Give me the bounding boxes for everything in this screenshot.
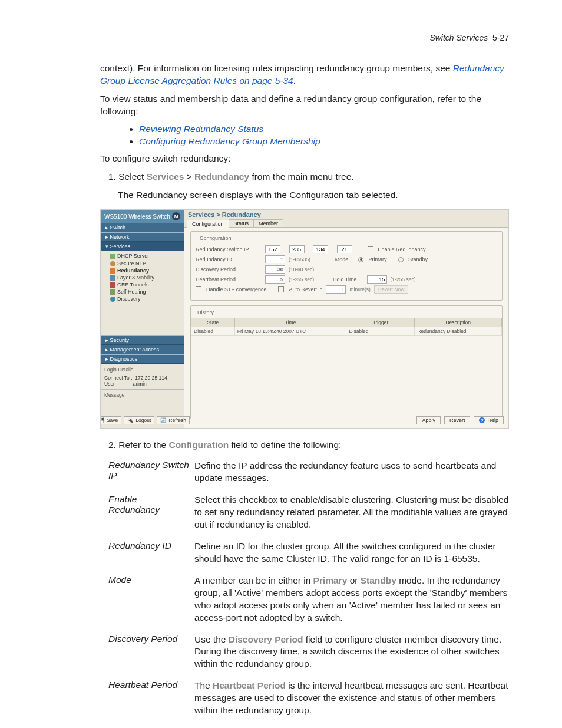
ip-octet-4[interactable] xyxy=(337,245,352,253)
mode-primary-radio[interactable] xyxy=(358,257,363,262)
def-body-rsip: Define the IP address the redundancy fea… xyxy=(194,460,509,485)
history-fieldset: History State Time Trigger Description D… xyxy=(190,305,503,419)
def-term-disc: Discovery Period xyxy=(108,634,194,644)
nav-mgmt[interactable]: ▸ Management Access xyxy=(101,345,184,354)
discovery-input[interactable] xyxy=(265,265,285,274)
nav-item-redundancy[interactable]: Redundancy xyxy=(110,267,184,274)
bullet-list: Reviewing Redundancy Status Configuring … xyxy=(115,124,509,147)
def-body-rid: Define an ID for the cluster group. All … xyxy=(194,541,509,565)
configuration-fieldset: Configuration Redundancy Switch IP . . .… xyxy=(190,231,503,301)
nav-network[interactable]: ▸ Network xyxy=(101,232,184,242)
nav-diag[interactable]: ▸ Diagnostics xyxy=(101,354,184,364)
stp-checkbox[interactable] xyxy=(196,286,201,292)
nav-item-gre[interactable]: GRE Tunnels xyxy=(110,281,184,288)
def-term-enable: Enable Redundancy xyxy=(108,494,194,515)
holdtime-input[interactable] xyxy=(367,275,387,284)
nav-security[interactable]: ▸ Security xyxy=(101,335,184,345)
auto-revert-input[interactable] xyxy=(326,285,346,294)
history-table: State Time Trigger Description Disabled … xyxy=(191,318,502,336)
id-label: Redundancy ID xyxy=(196,256,262,262)
page-number: 5-27 xyxy=(492,33,509,42)
ip-octet-3[interactable] xyxy=(313,245,328,253)
page-header: Switch Services 5-27 xyxy=(100,33,509,42)
def-term-rid: Redundancy ID xyxy=(108,541,194,551)
tab-status[interactable]: Status xyxy=(229,219,254,227)
tab-member[interactable]: Member xyxy=(253,219,283,227)
nav-services-sub: DHCP Server Secure NTP Redundancy Layer … xyxy=(101,251,184,304)
login-details: Login Details Connect To : 172.20.25.114… xyxy=(101,364,184,389)
tab-bar: Configuration Status Member xyxy=(184,219,508,228)
action-bar: Apply Revert ?Help xyxy=(416,416,504,424)
def-body-enable: Select this checkbox to enable/disable c… xyxy=(194,494,509,531)
ip-octet-2[interactable] xyxy=(289,245,305,253)
redundancy-id-input[interactable] xyxy=(265,255,285,263)
heartbeat-label: Heartbeat Period xyxy=(196,276,262,282)
mode-standby-radio[interactable] xyxy=(398,257,404,262)
logout-button[interactable]: 🔌 Logout xyxy=(124,416,154,424)
para-configure: To configure switch redundancy: xyxy=(100,153,509,165)
para-view: To view status and membership data and d… xyxy=(100,93,509,118)
tab-configuration[interactable]: Configuration xyxy=(187,220,229,228)
help-button[interactable]: ?Help xyxy=(474,416,504,424)
link-review-status[interactable]: Reviewing Redundancy Status xyxy=(139,124,263,134)
chapter-title: Switch Services xyxy=(429,33,488,42)
nav-item-dhcp[interactable]: DHCP Server xyxy=(110,252,184,259)
app-screenshot: WS5100 Wireless Switch M ▸ Switch ▸ Netw… xyxy=(100,209,509,429)
table-row: Disabled Fri May 18 13:45:40 2007 UTC Di… xyxy=(191,327,502,336)
message-box: Message xyxy=(101,389,184,413)
def-body-hb: The Heartbeat Period is the interval hea… xyxy=(194,680,509,717)
revert-button[interactable]: Revert xyxy=(444,416,471,424)
save-button[interactable]: 💾 Save xyxy=(100,416,121,424)
heartbeat-input[interactable] xyxy=(265,275,285,284)
brand-logo-icon: M xyxy=(172,212,180,220)
def-body-disc: Use the Discovery Period field to config… xyxy=(194,634,509,671)
help-icon: ? xyxy=(479,417,485,423)
main-panel: Services > Redundancy Configuration Stat… xyxy=(184,210,508,428)
para-context: context). For information on licensing r… xyxy=(100,62,509,87)
step-1-desc: The Redundancy screen displays with the … xyxy=(118,189,509,202)
link-config-membership[interactable]: Configuring Redundancy Group Membership xyxy=(139,136,320,146)
app-title-bar: WS5100 Wireless Switch M xyxy=(101,210,184,223)
nav-services[interactable]: ▾ Services xyxy=(101,242,184,251)
ip-octet-1[interactable] xyxy=(265,245,280,253)
breadcrumb: Services > Redundancy xyxy=(184,210,508,219)
definition-list: Redundancy Switch IP Define the IP addre… xyxy=(108,460,509,717)
ip-label: Redundancy Switch IP xyxy=(196,246,262,252)
nav-item-discovery[interactable]: Discovery xyxy=(110,295,184,302)
step-1: 1. Select Services > Redundancy from the… xyxy=(108,171,509,183)
nav-item-selfheal[interactable]: Self Healing xyxy=(110,288,184,295)
def-term-mode: Mode xyxy=(108,575,194,585)
nav-item-l3mobility[interactable]: Layer 3 Mobility xyxy=(110,274,184,281)
apply-button[interactable]: Apply xyxy=(416,416,441,424)
step-2: 2. Refer to the Configuration field to d… xyxy=(108,439,509,452)
enable-redundancy-checkbox[interactable] xyxy=(368,246,373,252)
auto-revert-checkbox[interactable] xyxy=(278,286,284,292)
nav-item-ntp[interactable]: Secure NTP xyxy=(110,260,184,267)
def-term-hb: Heartbeat Period xyxy=(108,680,194,690)
sidebar: WS5100 Wireless Switch M ▸ Switch ▸ Netw… xyxy=(101,210,184,428)
nav-switch[interactable]: ▸ Switch xyxy=(101,223,184,232)
discovery-label: Discovery Period xyxy=(196,266,262,272)
def-term-rsip: Redundancy Switch IP xyxy=(108,460,194,481)
revert-now-button[interactable]: Revert Now xyxy=(374,285,408,294)
def-body-mode: A member can be in either in Primary or … xyxy=(194,575,509,624)
